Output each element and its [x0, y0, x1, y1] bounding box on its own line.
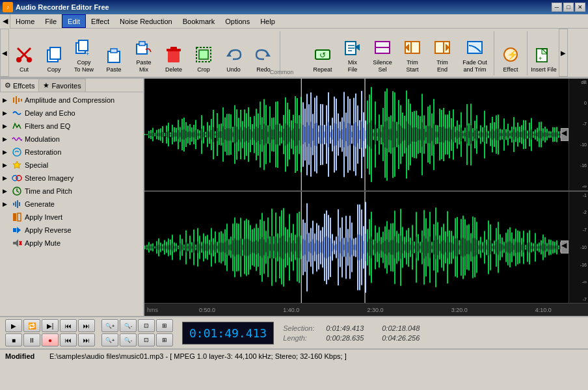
timeline-unit: hms: [147, 307, 165, 313]
tab-effects[interactable]: ⚙ Effcets: [0, 79, 39, 92]
svg-rect-15: [170, 47, 177, 49]
svg-text:↺: ↺: [319, 51, 326, 60]
zoom-out-h-button[interactable]: 🔍-: [120, 319, 137, 332]
paste-button[interactable]: Paste: [99, 31, 129, 75]
db-7: -7: [569, 122, 588, 126]
sidebar-item-stereo[interactable]: ▶ Stereo Imagery: [0, 172, 143, 185]
sidebar-item-generate-label: Generate: [25, 200, 55, 208]
sidebar-item-special[interactable]: ▶ Special: [0, 159, 143, 172]
titlebar: ♪ Audio Recorder Editor Free ─ □ ✕: [0, 0, 588, 14]
zoom-sel-v-button[interactable]: ⊞: [156, 333, 173, 346]
waveform-right-handle-top[interactable]: ◀: [561, 128, 568, 141]
copy-new-button[interactable]: + Copy To New: [69, 31, 99, 75]
svg-point-43: [16, 176, 21, 181]
undo-button[interactable]: Undo: [219, 31, 248, 75]
zoom-fit-h-button[interactable]: ⊡: [138, 319, 155, 332]
silence-sel-button[interactable]: Silence Sel: [368, 31, 397, 75]
sidebar-item-modulation[interactable]: ▶ Modulation: [0, 133, 143, 146]
fade-out-trim-icon: [464, 37, 485, 58]
waveform-right-handle-bottom[interactable]: ◀: [561, 240, 568, 254]
trim-start-icon: [402, 37, 423, 58]
window-controls: ─ □ ✕: [552, 3, 585, 12]
trim-end-label: Trim End: [436, 59, 448, 73]
menu-file[interactable]: File: [40, 14, 62, 28]
sidebar-item-time-pitch[interactable]: ▶ Time and Pitch: [0, 185, 143, 198]
fade-out-trim-button[interactable]: Fade Out and Trim: [457, 31, 492, 75]
zoom-row-2: 🔍+ 🔍- ⊡ ⊞: [101, 333, 173, 346]
svg-line-46: [17, 191, 19, 192]
svg-rect-50: [19, 202, 20, 206]
menu-edit[interactable]: Edit: [62, 14, 86, 28]
selection-info: Selection: 0:01:49.413 0:02:18.048 Lengt…: [283, 324, 420, 342]
record-button[interactable]: ●: [42, 333, 59, 346]
sidebar-item-apply-invert[interactable]: Apply Invert: [0, 211, 143, 224]
icon-amplitude: [12, 95, 22, 105]
mix-file-button[interactable]: Mix File: [338, 31, 368, 75]
menu-options[interactable]: Options: [220, 14, 255, 28]
redo-icon: [253, 44, 274, 65]
paste-label: Paste: [106, 66, 121, 73]
loop-button[interactable]: 🔁: [23, 319, 40, 332]
sidebar-item-amplitude[interactable]: ▶ Amplitude and Compression: [0, 94, 143, 107]
sidebar-item-generate[interactable]: ▶ Generate: [0, 198, 143, 211]
cut-label: Cut: [20, 66, 29, 73]
cut-button[interactable]: Cut: [9, 31, 39, 75]
sidebar-item-filters[interactable]: ▶ Filters and EQ: [0, 120, 143, 133]
toolbar-left-arrow[interactable]: ◀: [0, 29, 9, 77]
trim-start-button[interactable]: Trim Start: [397, 31, 427, 75]
sidebar-item-filters-label: Filters and EQ: [25, 122, 70, 130]
trim-end-button[interactable]: Trim End: [427, 31, 457, 75]
svg-rect-17: [199, 50, 208, 59]
next-button[interactable]: ⏭: [78, 319, 95, 332]
start-button[interactable]: ⏮: [60, 333, 77, 346]
sidebar-item-apply-mute-label: Apply Mute: [25, 239, 60, 247]
maximize-button[interactable]: □: [563, 3, 574, 12]
repeat-label: Repeat: [313, 66, 332, 73]
waveform-channel-top[interactable]: // Generated via JS below dB 0 -7 -10 -1…: [144, 79, 588, 192]
stop-button[interactable]: ■: [5, 333, 22, 346]
svg-marker-41: [13, 161, 21, 168]
zoom-fit-v-button[interactable]: ⊡: [138, 333, 155, 346]
tab-favorites[interactable]: ★ Favorites: [39, 79, 85, 92]
zoom-sel-h-button[interactable]: ⊞: [156, 319, 173, 332]
crop-button[interactable]: Crop: [189, 31, 219, 75]
menu-help[interactable]: Help: [255, 14, 280, 28]
menu-home[interactable]: Home: [10, 14, 40, 28]
icon-stereo: [12, 173, 22, 183]
total-length: 0:04:26.256: [382, 334, 420, 342]
copy-button[interactable]: Copy: [39, 31, 69, 75]
menu-back-arrow[interactable]: ◀: [0, 14, 10, 29]
play-button[interactable]: ▶: [5, 319, 22, 332]
close-button[interactable]: ✕: [575, 3, 585, 12]
selection-label: Selection:: [283, 324, 322, 332]
transport-row-2: ■ ⏸ ● ⏮ ⏭: [5, 333, 95, 346]
delete-button[interactable]: Delete: [159, 31, 189, 75]
menu-bookmark[interactable]: Bookmark: [178, 14, 220, 28]
end-button[interactable]: ⏭: [78, 333, 95, 346]
insert-file-button[interactable]: + Insert File: [529, 31, 559, 75]
prev-button[interactable]: ⏮: [60, 319, 77, 332]
waveform-channel-bottom[interactable]: -1 -2 -7 -10 -16 -∞ -7 ◀: [144, 192, 588, 304]
sidebar-item-apply-mute[interactable]: Apply Mute: [0, 237, 143, 250]
paste-mix-button[interactable]: Paste Mix: [129, 31, 159, 75]
effect-button[interactable]: ⚡ Effect: [496, 31, 526, 75]
sidebar-item-apply-reverse[interactable]: Apply Reverse: [0, 224, 143, 237]
db-b-2: -2: [569, 210, 588, 214]
toolbar-right-arrow[interactable]: ▶: [559, 29, 568, 77]
svg-marker-53: [17, 227, 21, 233]
play-selection-button[interactable]: ▶|: [42, 319, 59, 332]
zoom-in-v-button[interactable]: 🔍+: [101, 333, 118, 346]
menu-effect[interactable]: Effect: [86, 14, 114, 28]
sidebar-item-delay-echo[interactable]: ▶ Delay and Echo: [0, 107, 143, 120]
timeline-markers: 0:50.0 1:40.0 2:30.0 3:20.0 4:10.0: [165, 307, 585, 313]
minimize-button[interactable]: ─: [552, 3, 562, 12]
sidebar-item-restoration[interactable]: ▶ Restoration: [0, 146, 143, 159]
pause-button[interactable]: ⏸: [23, 333, 40, 346]
silence-sel-label: Silence Sel: [373, 59, 392, 73]
zoom-in-h-button[interactable]: 🔍+: [101, 319, 118, 332]
undo-label: Undo: [226, 66, 241, 73]
menu-noise-reduction[interactable]: Noise Reduction: [114, 14, 178, 28]
zoom-out-v-button[interactable]: 🔍-: [120, 333, 137, 346]
repeat-button[interactable]: ↺ Repeat: [308, 31, 338, 75]
svg-rect-12: [139, 42, 145, 46]
